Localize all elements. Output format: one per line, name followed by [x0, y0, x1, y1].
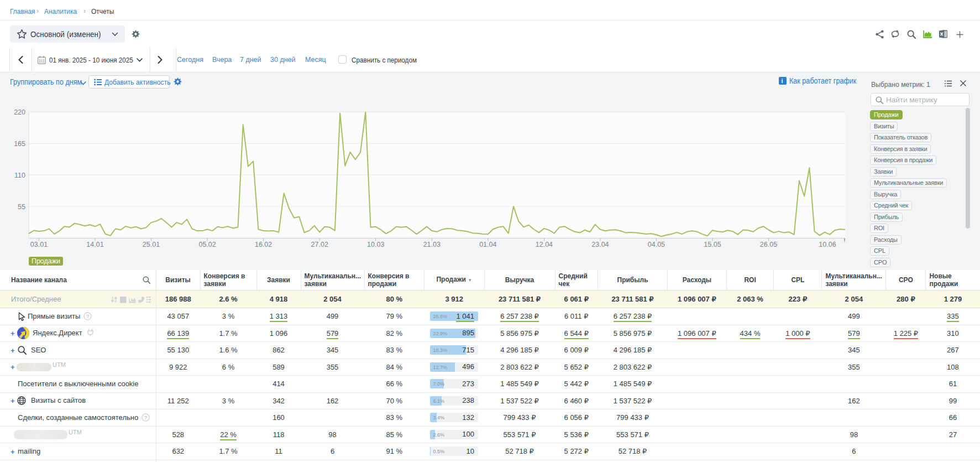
svg-text:165: 165	[14, 140, 25, 148]
svg-text:25.01: 25.01	[143, 241, 160, 248]
svg-text:21.03: 21.03	[423, 241, 441, 248]
svg-text:10.06: 10.06	[819, 241, 836, 248]
svg-text:26.05: 26.05	[760, 241, 777, 248]
svg-text:27.02: 27.02	[311, 241, 328, 248]
svg-text:12.04: 12.04	[536, 241, 553, 248]
svg-text:16.02: 16.02	[255, 241, 272, 248]
svg-text:15.05: 15.05	[704, 241, 721, 248]
svg-text:?: ?	[144, 414, 147, 421]
svg-text:10.03: 10.03	[367, 241, 384, 248]
svg-text:01.04: 01.04	[479, 241, 496, 248]
svg-text:?: ?	[86, 313, 89, 319]
svg-text:05.02: 05.02	[198, 241, 216, 248]
svg-text:55: 55	[18, 203, 25, 211]
svg-text:14.01: 14.01	[86, 241, 103, 248]
svg-text:23.04: 23.04	[591, 241, 609, 248]
svg-text:04.05: 04.05	[648, 241, 665, 248]
svg-text:220: 220	[14, 108, 25, 116]
svg-text:110: 110	[14, 172, 25, 179]
svg-text:03.01: 03.01	[30, 241, 48, 248]
